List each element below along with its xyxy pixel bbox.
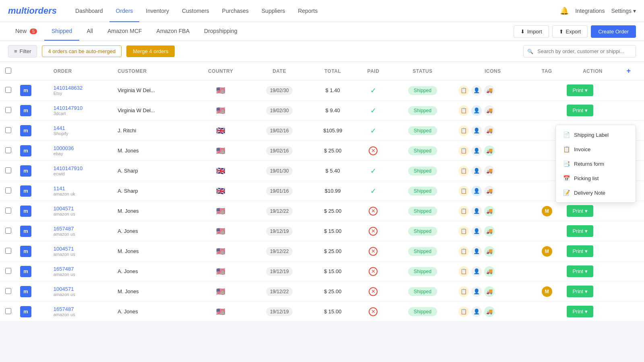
tab-all[interactable]: All <box>79 22 100 41</box>
dropdown-delivery-note[interactable]: 📝 Delivery Note <box>556 185 636 200</box>
note-icon[interactable]: 📋 <box>458 286 469 297</box>
order-number[interactable]: 1004571 <box>54 206 109 212</box>
person-icon[interactable]: 👤 <box>471 206 482 216</box>
print-button[interactable]: Print ▾ <box>567 205 593 217</box>
bell-icon[interactable]: 🔔 <box>560 6 569 15</box>
print-button[interactable]: Print ▾ <box>567 286 593 297</box>
merge-button[interactable]: Merge 4 orders <box>126 45 175 57</box>
filter-button[interactable]: ≡ Filter <box>8 45 37 58</box>
note-icon[interactable]: 📋 <box>458 146 469 156</box>
print-button[interactable]: Print ▾ <box>567 245 593 257</box>
order-number[interactable]: 1410147910 <box>54 105 109 111</box>
col-add[interactable]: + <box>622 62 644 80</box>
order-number[interactable]: 1004571 <box>54 246 109 252</box>
print-button[interactable]: Print ▾ <box>567 265 593 277</box>
row-checkbox[interactable] <box>5 107 11 113</box>
import-button[interactable]: ⬇ Import <box>514 25 549 38</box>
order-number[interactable]: 1657487 <box>54 266 109 272</box>
dropdown-picking-list[interactable]: 📅 Picking list <box>556 171 636 185</box>
note-icon[interactable]: 📋 <box>458 266 469 277</box>
order-number[interactable]: 1657487 <box>54 226 109 232</box>
dropdown-invoice[interactable]: 📋 Invoice <box>556 142 636 156</box>
truck-icon[interactable]: 🚚 <box>484 226 495 237</box>
note-icon[interactable]: 📋 <box>458 306 469 317</box>
tab-new[interactable]: New 5 <box>8 22 44 41</box>
order-number[interactable]: 1410148632 <box>54 85 109 91</box>
note-icon[interactable]: 📋 <box>458 166 469 176</box>
col-select-all[interactable] <box>0 62 16 80</box>
nav-purchases[interactable]: Purchases <box>216 0 255 22</box>
row-checkbox[interactable] <box>5 167 11 173</box>
tag-badge[interactable]: M <box>542 206 552 216</box>
print-button[interactable]: Print ▾ <box>567 84 593 96</box>
row-checkbox[interactable] <box>5 228 11 234</box>
dropdown-returns-form[interactable]: 📑 Returns form <box>556 156 636 171</box>
truck-icon[interactable]: 🚚 <box>484 286 495 297</box>
row-checkbox[interactable] <box>5 248 11 254</box>
nav-integrations[interactable]: Integrations <box>575 8 605 14</box>
row-checkbox[interactable] <box>5 87 11 93</box>
order-number[interactable]: 1141 <box>54 185 109 191</box>
select-all-checkbox[interactable] <box>5 68 11 74</box>
person-icon[interactable]: 👤 <box>471 186 482 196</box>
row-checkbox[interactable] <box>5 127 11 133</box>
tab-amazon-fba[interactable]: Amazon FBA <box>149 22 197 41</box>
nav-orders[interactable]: Orders <box>109 0 140 22</box>
person-icon[interactable]: 👤 <box>471 146 482 156</box>
note-icon[interactable]: 📋 <box>458 85 469 96</box>
create-order-button[interactable]: Create Order <box>591 25 636 38</box>
person-icon[interactable]: 👤 <box>471 85 482 96</box>
order-number[interactable]: 1410147910 <box>54 165 109 171</box>
search-input[interactable] <box>523 45 636 58</box>
tag-badge[interactable]: M <box>542 246 552 257</box>
truck-icon[interactable]: 🚚 <box>484 246 495 257</box>
truck-icon[interactable]: 🚚 <box>484 125 495 136</box>
order-number[interactable]: 1657487 <box>54 306 109 312</box>
tab-dropshipping[interactable]: Dropshipping <box>197 22 245 41</box>
note-icon[interactable]: 📋 <box>458 226 469 237</box>
truck-icon[interactable]: 🚚 <box>484 105 495 116</box>
person-icon[interactable]: 👤 <box>471 266 482 277</box>
person-icon[interactable]: 👤 <box>471 105 482 116</box>
export-button[interactable]: ⬆ Export <box>552 25 588 38</box>
print-button[interactable]: Print ▾ <box>567 105 593 116</box>
nav-settings[interactable]: Settings ▾ <box>611 8 636 14</box>
tag-badge[interactable]: M <box>542 286 552 297</box>
row-checkbox[interactable] <box>5 187 11 193</box>
tab-amazon-mcf[interactable]: Amazon MCF <box>100 22 149 41</box>
nav-suppliers[interactable]: Suppliers <box>255 0 291 22</box>
tab-shipped[interactable]: Shipped <box>44 22 79 41</box>
person-icon[interactable]: 👤 <box>471 246 482 257</box>
person-icon[interactable]: 👤 <box>471 286 482 297</box>
person-icon[interactable]: 👤 <box>471 166 482 176</box>
note-icon[interactable]: 📋 <box>458 206 469 216</box>
truck-icon[interactable]: 🚚 <box>484 266 495 277</box>
person-icon[interactable]: 👤 <box>471 125 482 136</box>
person-icon[interactable]: 👤 <box>471 226 482 237</box>
dropdown-shipping-label[interactable]: 📄 Shipping Label <box>556 128 636 142</box>
row-checkbox[interactable] <box>5 288 11 294</box>
note-icon[interactable]: 📋 <box>458 186 469 196</box>
truck-icon[interactable]: 🚚 <box>484 306 495 317</box>
truck-icon[interactable]: 🚚 <box>484 146 495 156</box>
row-checkbox[interactable] <box>5 268 11 274</box>
print-button[interactable]: Print ▾ <box>567 225 593 237</box>
truck-icon[interactable]: 🚚 <box>484 85 495 96</box>
truck-icon[interactable]: 🚚 <box>484 206 495 216</box>
row-checkbox[interactable] <box>5 208 11 214</box>
nav-dashboard[interactable]: Dashboard <box>69 0 109 22</box>
note-icon[interactable]: 📋 <box>458 105 469 116</box>
nav-reports[interactable]: Reports <box>291 0 324 22</box>
row-checkbox[interactable] <box>5 308 11 314</box>
truck-icon[interactable]: 🚚 <box>484 166 495 176</box>
order-number[interactable]: 1004571 <box>54 286 109 292</box>
truck-icon[interactable]: 🚚 <box>484 186 495 196</box>
nav-customers[interactable]: Customers <box>175 0 216 22</box>
note-icon[interactable]: 📋 <box>458 125 469 136</box>
order-number[interactable]: 1000036 <box>54 145 109 151</box>
note-icon[interactable]: 📋 <box>458 246 469 257</box>
nav-inventory[interactable]: Inventory <box>139 0 175 22</box>
order-number[interactable]: 1441 <box>54 125 109 131</box>
row-checkbox[interactable] <box>5 147 11 153</box>
print-button[interactable]: Print ▾ <box>567 306 593 317</box>
